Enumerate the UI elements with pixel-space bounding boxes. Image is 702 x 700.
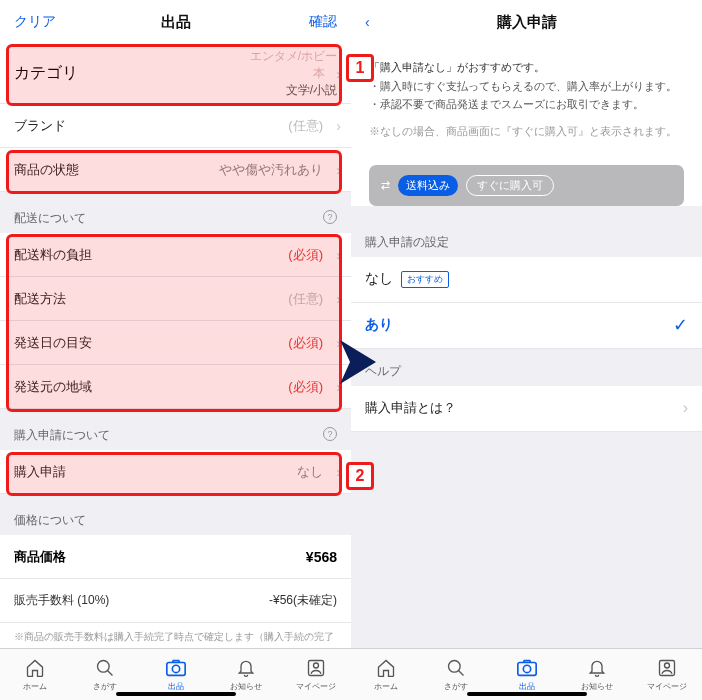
purchase-request-row[interactable]: 購入申請 なし › (0, 450, 351, 494)
category-row[interactable]: カテゴリ エンタメ/ホビー 本 文学/小説 › (0, 44, 351, 104)
example-pills: ⇄ 送料込み すぐに購入可 (369, 165, 684, 206)
svg-point-4 (313, 663, 318, 668)
chevron-right-icon: › (336, 247, 341, 263)
svg-point-9 (664, 663, 669, 668)
chevron-right-icon: › (336, 464, 341, 480)
back-button[interactable]: ‹ (365, 14, 473, 30)
tab-mypage[interactable]: マイページ (281, 649, 351, 700)
condition-value: やや傷や汚れあり (219, 161, 323, 179)
callout-badge-1: 1 (346, 54, 374, 82)
confirm-button[interactable]: 確認 (229, 13, 337, 31)
help-section-header: ヘルプ (351, 349, 702, 386)
purchase-section-header: 購入申請について ? (0, 409, 351, 450)
condition-label: 商品の状態 (14, 161, 79, 179)
tab-home[interactable]: ホーム (351, 649, 421, 700)
camera-icon (165, 657, 187, 679)
price-section-header: 価格について (0, 494, 351, 535)
price-row[interactable]: 商品価格 ¥568 (0, 535, 351, 579)
camera-icon (516, 657, 538, 679)
footnote: ※商品の販売手数料は購入手続完了時点で確定します（購入手続の完了 (0, 623, 351, 648)
tab-mypage[interactable]: マイページ (632, 649, 702, 700)
shipping-method-row[interactable]: 配送方法 (任意) › (0, 277, 351, 321)
fee-row: 販売手数料 (10%) -¥56(未確定) (0, 579, 351, 623)
bell-icon (586, 657, 608, 679)
home-indicator (467, 692, 587, 696)
category-label: カテゴリ (14, 63, 78, 84)
chevron-right-icon: › (336, 66, 341, 82)
option-yes[interactable]: あり ✓ (351, 303, 702, 349)
shipping-section-header: 配送について ? (0, 192, 351, 233)
setting-section-header: 購入申請の設定 (351, 220, 702, 257)
help-icon[interactable]: ? (323, 210, 337, 224)
svg-point-2 (172, 665, 179, 672)
info-box: 「購入申請なし」がおすすめです。 ・購入時にすぐ支払ってもらえるので、購入率が上… (351, 44, 702, 155)
search-icon (445, 657, 467, 679)
svg-point-5 (449, 661, 461, 673)
pill-shipping: 送料込み (398, 175, 458, 196)
chevron-right-icon: › (336, 162, 341, 178)
svg-point-7 (523, 665, 530, 672)
home-indicator (116, 692, 236, 696)
tab-home[interactable]: ホーム (0, 649, 70, 700)
arrow-icon (340, 340, 376, 384)
callout-badge-2: 2 (346, 462, 374, 490)
clear-button[interactable]: クリア (14, 13, 122, 31)
user-icon (305, 657, 327, 679)
home-icon (24, 657, 46, 679)
brand-label: ブランド (14, 117, 66, 135)
shipping-days-row[interactable]: 発送日の目安 (必須) › (0, 321, 351, 365)
svg-point-0 (98, 661, 110, 673)
pill-buynow: すぐに購入可 (466, 175, 554, 196)
help-icon[interactable]: ? (323, 427, 337, 441)
brand-value: (任意) (288, 117, 323, 135)
shipping-region-row[interactable]: 発送元の地域 (必須) › (0, 365, 351, 409)
help-item[interactable]: 購入申請とは？ › (351, 386, 702, 432)
check-icon: ✓ (673, 314, 688, 336)
page-title: 出品 (122, 13, 230, 32)
shipping-cost-row[interactable]: 配送料の負担 (必須) › (0, 233, 351, 277)
chevron-right-icon: › (683, 399, 688, 417)
home-icon (375, 657, 397, 679)
condition-row[interactable]: 商品の状態 やや傷や汚れあり › (0, 148, 351, 192)
user-icon (656, 657, 678, 679)
search-icon (94, 657, 116, 679)
chevron-right-icon: › (336, 118, 341, 134)
bell-icon (235, 657, 257, 679)
category-value: エンタメ/ホビー 本 文学/小説 (250, 48, 337, 99)
chevron-right-icon: › (336, 291, 341, 307)
option-none[interactable]: なし おすすめ (351, 257, 702, 303)
page-title: 購入申請 (473, 13, 581, 32)
brand-row[interactable]: ブランド (任意) › (0, 104, 351, 148)
recommended-badge: おすすめ (401, 271, 449, 288)
